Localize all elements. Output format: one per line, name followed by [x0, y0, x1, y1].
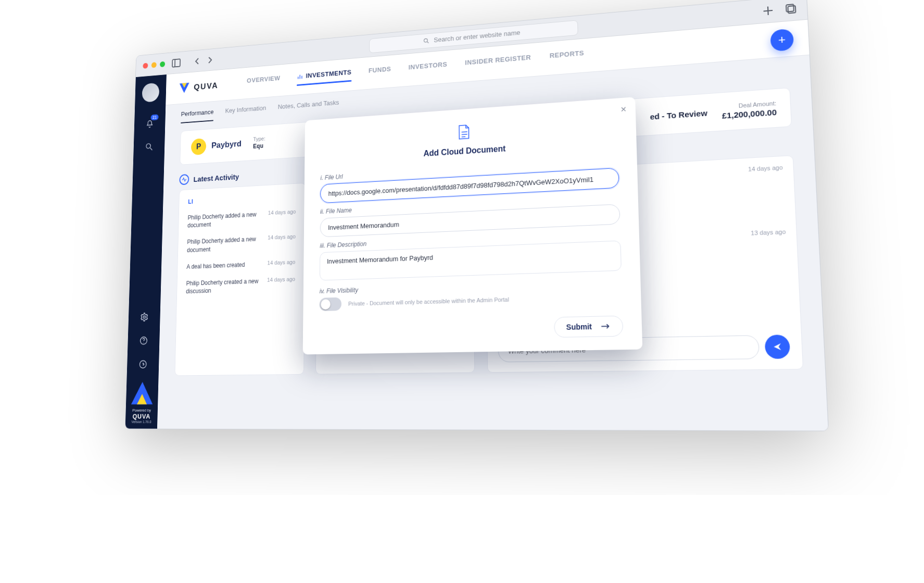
log-item: Philip Docherty created a new discussion…	[186, 276, 295, 295]
deal-name: Paybyrd	[211, 139, 241, 151]
powered-by-label: Powered by	[132, 408, 151, 413]
discussion-time: 14 days ago	[748, 164, 782, 172]
deal-type-value: Equ	[253, 142, 265, 150]
add-fab-button[interactable]: +	[770, 29, 794, 52]
arrow-right-icon	[600, 322, 610, 330]
deal-avatar: P	[191, 138, 206, 155]
address-placeholder: Search or enter website name	[434, 29, 520, 44]
logo: QUVA	[178, 79, 219, 95]
send-button[interactable]	[764, 334, 790, 359]
tab-key-information[interactable]: Key Information	[225, 104, 266, 120]
svg-point-10	[143, 316, 145, 318]
submit-button[interactable]: Submit	[553, 316, 623, 338]
close-window-button[interactable]	[143, 63, 148, 68]
log-time: 14 days ago	[267, 276, 295, 282]
maximize-window-button[interactable]	[160, 61, 165, 67]
notifications-button[interactable]: 21	[142, 115, 158, 133]
settings-button[interactable]	[136, 308, 152, 326]
svg-line-22	[461, 134, 467, 135]
nav-insider-register[interactable]: INSIDER REGISTER	[465, 54, 531, 72]
search-icon	[423, 37, 429, 44]
svg-point-8	[146, 143, 150, 148]
logo-mark-icon	[178, 81, 191, 95]
svg-point-2	[424, 39, 427, 42]
chart-icon	[296, 72, 302, 80]
logo-text: QUVA	[194, 81, 218, 92]
tabs-overview-button[interactable]	[783, 2, 798, 16]
nav-investors[interactable]: INVESTORS	[408, 60, 447, 76]
tab-notes-calls-tasks[interactable]: Notes, Calls and Tasks	[277, 98, 339, 116]
nav-reports[interactable]: REPORTS	[549, 49, 584, 65]
notification-badge: 21	[150, 114, 158, 120]
minimize-window-button[interactable]	[151, 62, 156, 68]
sidebar-toggle-icon[interactable]	[171, 57, 181, 69]
help-button[interactable]	[135, 331, 151, 350]
brand-foot: QUVA	[132, 413, 150, 420]
browser-window: Search or enter website name 21	[124, 0, 828, 431]
log-time: 14 days ago	[268, 233, 296, 241]
new-tab-button[interactable]	[761, 4, 775, 18]
discussion-time: 13 days ago	[751, 228, 786, 237]
send-icon	[772, 342, 782, 352]
nav-investments-label: INVESTMENTS	[306, 68, 351, 79]
nav-funds[interactable]: FUNDS	[368, 65, 390, 79]
activity-log-card: LI Philip Docherty added a new document1…	[174, 183, 306, 376]
submit-label: Submit	[566, 322, 592, 331]
svg-line-3	[427, 41, 428, 43]
main-panel: QUVA OVERVIEW INVESTMENTS FUNDS INVESTOR…	[157, 20, 828, 431]
log-text: Philip Docherty created a new discussion	[186, 277, 261, 295]
log-item: A deal has been created14 days ago	[186, 259, 295, 271]
back-button[interactable]	[192, 55, 202, 67]
forward-button[interactable]	[205, 54, 216, 66]
log-time: 14 days ago	[268, 208, 295, 216]
svg-rect-7	[786, 4, 793, 12]
svg-line-9	[150, 148, 152, 151]
visibility-toggle[interactable]	[319, 297, 341, 312]
deal-type-label: Type:	[253, 135, 265, 142]
log-text: A deal has been created	[186, 260, 261, 271]
log-item: Philip Docherty added a new document14 d…	[187, 208, 296, 230]
log-time: 14 days ago	[267, 259, 295, 266]
close-icon[interactable]: ✕	[620, 105, 627, 114]
svg-line-5	[763, 10, 772, 11]
svg-rect-0	[172, 59, 180, 67]
svg-line-21	[461, 132, 467, 132]
nav-investments[interactable]: INVESTMENTS	[296, 68, 351, 85]
search-button[interactable]	[141, 138, 157, 156]
deal-status: ed - To Review	[650, 108, 707, 121]
avatar[interactable]	[142, 82, 159, 102]
log-text: Philip Docherty added a new document	[187, 235, 261, 254]
tab-performance[interactable]: Performance	[181, 108, 213, 123]
activity-icon	[179, 174, 189, 185]
nav-overview[interactable]: OVERVIEW	[246, 75, 280, 89]
traffic-lights	[143, 61, 165, 68]
log-text: Philip Docherty added a new document	[187, 210, 262, 229]
svg-point-12	[143, 342, 144, 343]
activity-card-head: LI	[188, 193, 296, 205]
logout-button[interactable]	[134, 355, 150, 374]
version-label: Version 1.76.0	[131, 420, 151, 424]
brand-mark-icon	[129, 379, 155, 407]
visibility-description: Private - Document will only be accessib…	[348, 296, 509, 307]
add-cloud-document-modal: ✕ Add Cloud Document i. File Url ii. Fil…	[302, 97, 642, 354]
log-item: Philip Docherty added a new document14 d…	[187, 233, 296, 254]
latest-activity-label: Latest Activity	[193, 172, 239, 183]
